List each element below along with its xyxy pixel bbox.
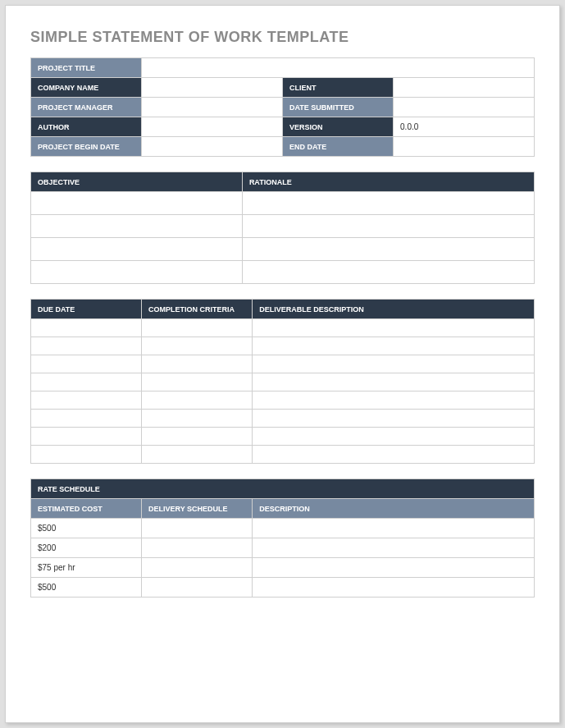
cost-cell[interactable]: $75 per hr	[31, 558, 142, 578]
due-cell[interactable]	[31, 391, 142, 410]
project-manager-label: PROJECT MANAGER	[31, 98, 142, 117]
desc-cell[interactable]	[253, 446, 535, 464]
page-title: SIMPLE STATEMENT OF WORK TEMPLATE	[30, 29, 535, 46]
cost-cell[interactable]: $200	[31, 538, 142, 558]
rationale-cell[interactable]	[242, 192, 534, 215]
desc-cell[interactable]	[253, 355, 535, 373]
criteria-cell[interactable]	[142, 446, 253, 464]
project-manager-value[interactable]	[142, 98, 283, 117]
company-name-value[interactable]	[142, 78, 283, 98]
objectives-table: OBJECTIVE RATIONALE	[30, 172, 535, 284]
rationale-cell[interactable]	[242, 261, 534, 284]
due-cell[interactable]	[31, 428, 142, 446]
rationale-header: RATIONALE	[242, 172, 534, 192]
objective-cell[interactable]	[31, 215, 243, 238]
due-cell[interactable]	[31, 355, 142, 373]
rate-desc-cell[interactable]	[253, 519, 535, 538]
deliverable-desc-header: DELIVERABLE DESCRIPTION	[253, 300, 535, 319]
criteria-cell[interactable]	[142, 391, 253, 410]
due-cell[interactable]	[31, 446, 142, 464]
client-value[interactable]	[394, 78, 535, 98]
delivery-schedule-header: DELIVERY SCHEDULE	[142, 499, 253, 519]
criteria-header: COMPLETION CRITERIA	[142, 300, 253, 319]
cost-cell[interactable]: $500	[31, 578, 142, 598]
rate-desc-cell[interactable]	[253, 538, 535, 558]
criteria-cell[interactable]	[142, 319, 253, 337]
rate-desc-cell[interactable]	[253, 578, 535, 598]
project-meta-table: PROJECT TITLE COMPANY NAME CLIENT PROJEC…	[30, 57, 535, 157]
rationale-cell[interactable]	[242, 238, 534, 261]
rate-description-header: DESCRIPTION	[253, 499, 535, 519]
criteria-cell[interactable]	[142, 373, 253, 391]
objective-cell[interactable]	[31, 261, 243, 284]
delivery-cell[interactable]	[142, 578, 253, 598]
deliverables-table: DUE DATE COMPLETION CRITERIA DELIVERABLE…	[30, 299, 535, 464]
rationale-cell[interactable]	[242, 215, 534, 238]
desc-cell[interactable]	[253, 319, 535, 337]
begin-date-label: PROJECT BEGIN DATE	[31, 137, 142, 157]
document-page: SIMPLE STATEMENT OF WORK TEMPLATE PROJEC…	[5, 5, 560, 723]
author-value[interactable]	[142, 117, 283, 137]
desc-cell[interactable]	[253, 391, 535, 410]
criteria-cell[interactable]	[142, 410, 253, 428]
date-submitted-value[interactable]	[394, 98, 535, 117]
due-cell[interactable]	[31, 373, 142, 391]
desc-cell[interactable]	[253, 410, 535, 428]
due-date-header: DUE DATE	[31, 300, 142, 319]
due-cell[interactable]	[31, 337, 142, 355]
rate-schedule-header: RATE SCHEDULE	[31, 479, 535, 499]
delivery-cell[interactable]	[142, 519, 253, 538]
cost-cell[interactable]: $500	[31, 519, 142, 538]
due-cell[interactable]	[31, 319, 142, 337]
delivery-cell[interactable]	[142, 538, 253, 558]
begin-date-value[interactable]	[142, 137, 283, 157]
version-label: VERSION	[282, 117, 393, 137]
due-cell[interactable]	[31, 410, 142, 428]
objective-cell[interactable]	[31, 192, 243, 215]
desc-cell[interactable]	[253, 373, 535, 391]
estimated-cost-header: ESTIMATED COST	[31, 499, 142, 519]
objective-cell[interactable]	[31, 238, 243, 261]
company-name-label: COMPANY NAME	[31, 78, 142, 98]
end-date-value[interactable]	[394, 137, 535, 157]
desc-cell[interactable]	[253, 337, 535, 355]
version-value[interactable]: 0.0.0	[394, 117, 535, 137]
project-title-value[interactable]	[142, 58, 535, 78]
objective-header: OBJECTIVE	[31, 172, 243, 192]
criteria-cell[interactable]	[142, 428, 253, 446]
desc-cell[interactable]	[253, 428, 535, 446]
delivery-cell[interactable]	[142, 558, 253, 578]
rate-desc-cell[interactable]	[253, 558, 535, 578]
rate-schedule-table: RATE SCHEDULE ESTIMATED COST DELIVERY SC…	[30, 478, 535, 598]
end-date-label: END DATE	[282, 137, 393, 157]
criteria-cell[interactable]	[142, 337, 253, 355]
criteria-cell[interactable]	[142, 355, 253, 373]
date-submitted-label: DATE SUBMITTED	[282, 98, 393, 117]
author-label: AUTHOR	[31, 117, 142, 137]
client-label: CLIENT	[282, 78, 393, 98]
project-title-label: PROJECT TITLE	[31, 58, 142, 78]
